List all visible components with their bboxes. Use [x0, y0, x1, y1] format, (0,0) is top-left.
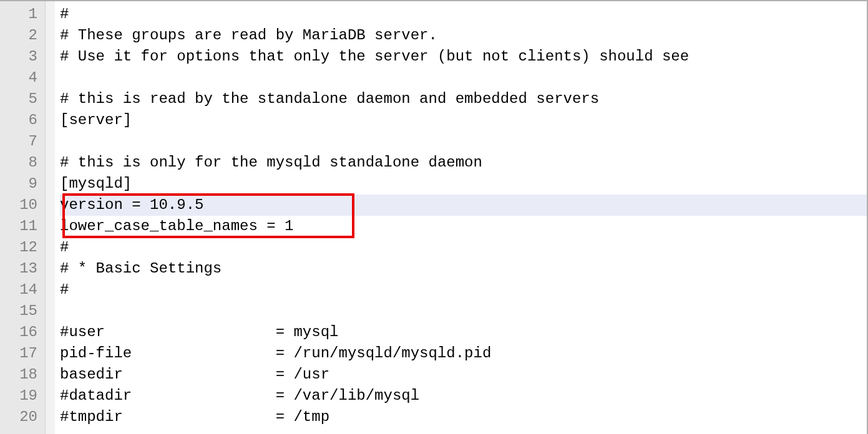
line-number: 11 [5, 216, 37, 237]
code-line[interactable]: pid-file = /run/mysqld/mysqld.pid [60, 343, 867, 364]
code-line[interactable] [60, 67, 867, 89]
line-number: 8 [5, 152, 37, 173]
code-line[interactable]: # These groups are read by MariaDB serve… [60, 25, 867, 46]
line-number-gutter: 1234567891011121314151617181920 [0, 1, 45, 434]
code-line[interactable]: # Use it for options that only the serve… [60, 46, 867, 67]
line-number: 9 [5, 173, 37, 195]
code-line[interactable]: [server] [60, 110, 867, 131]
code-editor[interactable]: 1234567891011121314151617181920 ## These… [0, 1, 867, 434]
gutter-divider [45, 1, 55, 434]
code-line[interactable]: version = 10.9.5 [60, 195, 867, 216]
line-number: 13 [5, 258, 37, 279]
line-number: 4 [5, 67, 37, 89]
line-number: 2 [5, 25, 37, 46]
code-line[interactable]: # this is read by the standalone daemon … [60, 89, 867, 110]
code-line[interactable]: #tmpdir = /tmp [60, 407, 867, 428]
code-line[interactable]: [mysqld] [60, 173, 867, 195]
line-number: 3 [5, 46, 37, 67]
code-line[interactable] [60, 301, 867, 322]
line-number: 15 [5, 301, 37, 322]
line-number: 7 [5, 131, 37, 152]
code-line[interactable] [60, 131, 867, 152]
code-line[interactable]: basedir = /usr [60, 364, 867, 385]
code-area[interactable]: ## These groups are read by MariaDB serv… [55, 1, 867, 434]
code-line[interactable]: #user = mysql [60, 322, 867, 343]
code-line[interactable]: # [60, 4, 867, 25]
code-line[interactable]: # [60, 237, 867, 258]
line-number: 16 [5, 322, 37, 343]
line-number: 18 [5, 364, 37, 385]
line-number: 6 [5, 110, 37, 131]
line-number: 10 [5, 195, 37, 216]
line-number: 20 [5, 407, 37, 428]
line-number: 12 [5, 237, 37, 258]
line-number: 5 [5, 89, 37, 110]
code-line[interactable]: lower_case_table_names = 1 [60, 216, 867, 237]
line-number: 19 [5, 385, 37, 407]
code-line[interactable]: # this is only for the mysqld standalone… [60, 152, 867, 173]
line-number: 14 [5, 279, 37, 301]
code-line[interactable]: # * Basic Settings [60, 258, 867, 279]
line-number: 1 [5, 4, 37, 25]
code-line[interactable]: # [60, 279, 867, 301]
line-number: 17 [5, 343, 37, 364]
code-line[interactable]: #datadir = /var/lib/mysql [60, 385, 867, 407]
